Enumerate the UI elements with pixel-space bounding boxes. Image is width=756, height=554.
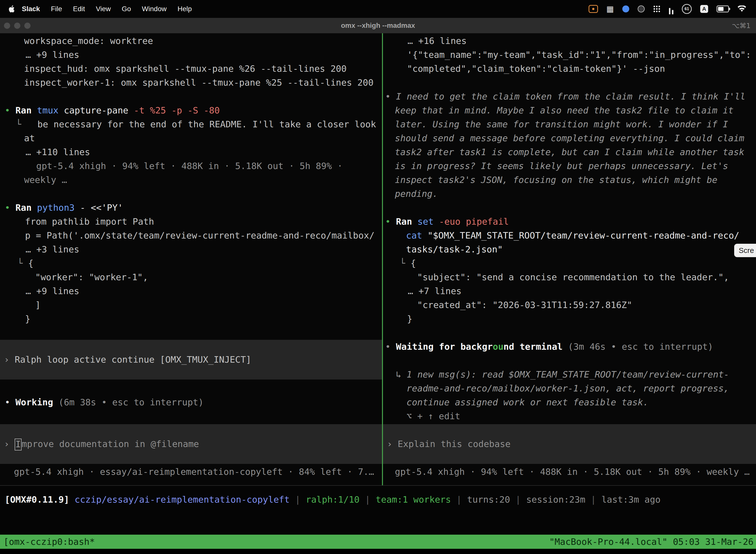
terminal-line (0, 90, 382, 104)
text-segment: gpt-5.4 xhigh · 94% left · 488K in · 5.1… (395, 466, 750, 477)
minimize-button[interactable] (14, 22, 20, 29)
dots-grid-icon[interactable] (653, 5, 660, 13)
text-segment: python3 (37, 203, 80, 213)
window-shortcut-hint: ⌥⌘1 (732, 22, 751, 30)
tmux-session-label[interactable]: [omx-cczip0:bash* (0, 537, 95, 547)
terminal-line: … +9 lines (0, 284, 382, 298)
text-segment: (6m 38s • esc to interrupt) (59, 397, 204, 407)
terminal-line: • I need to get the claim token from the… (383, 90, 756, 104)
text-segment: | (510, 494, 526, 505)
left-pane[interactable]: workspace_mode: worktree… +9 linesinspec… (0, 33, 382, 485)
terminal-line: "subject": "send a concise recommendatio… (383, 270, 756, 284)
menu-left: SlackFileEditViewGoWindowHelp (0, 5, 197, 13)
terminal-line: ⌥ + ↑ edit (383, 409, 756, 423)
text-segment: capture-pane (64, 105, 134, 115)
terminal-line: '{"team_name":"my-team","task_id":"1","f… (383, 48, 756, 62)
text-segment: I need to get the claim token from the c… (396, 91, 745, 102)
text-segment: • (5, 105, 15, 115)
grid-icon[interactable]: ▦ (607, 3, 614, 14)
text-segment: inspect task2's JSON, focusing on the st… (395, 175, 717, 185)
text-segment: • (385, 91, 396, 102)
terminal-line: from pathlib import Path (0, 215, 382, 229)
text-segment: is in progress? It seems likely but perh… (395, 161, 728, 171)
menu-go[interactable]: Go (116, 5, 136, 13)
terminal-line: ] (0, 298, 382, 312)
terminal-line: "worker": "worker-1", (0, 270, 382, 284)
text-segment: team:1 workers (376, 494, 451, 505)
battery-percent-ring-icon[interactable]: 61 (682, 4, 692, 14)
text-segment: • (385, 216, 396, 227)
terminal-line: is in progress? It seems likely but perh… (383, 159, 756, 173)
zoom-button[interactable] (24, 22, 30, 29)
text-segment: - (80, 203, 90, 213)
text-segment: readme-and-reco/mailbox/worker-1.json, a… (406, 383, 729, 393)
text-segment: gpt-5.4 xhigh · 94% left · 488K in · 5.1… (36, 161, 342, 171)
text-segment: … +16 lines (407, 36, 466, 46)
screen-recording-indicator-icon[interactable] (588, 5, 598, 13)
text-segment: p = Path('.omx/state/team/review-current… (25, 230, 375, 240)
text-segment: inspect_hud: omx sparkshell --tmux-pane … (24, 63, 346, 74)
right-pane[interactable]: … +16 lines'{"team_name":"my-team","task… (383, 33, 756, 485)
blue-app-icon[interactable] (622, 5, 629, 12)
text-segment: ↳ 1 new msg(s): read $OMX_TEAM_STATE_ROO… (396, 369, 729, 380)
tmux-status-bar: [omx-cczip0:bash* "MacBook-Pro-44.local"… (0, 535, 756, 549)
text-segment: | (451, 494, 467, 505)
text-segment: last:3m ago (602, 494, 660, 505)
terminal-line: … +9 lines (0, 48, 382, 62)
terminal-line: "completed","claim_token":"claim-token"}… (383, 62, 756, 76)
terminal-line: inspect_hud: omx sparkshell --tmux-pane … (0, 62, 382, 76)
terminal-line (383, 201, 756, 215)
text-segment: … +3 lines (25, 244, 79, 255)
terminal-line: } (383, 312, 756, 326)
terminal-line: … +16 lines (383, 34, 756, 48)
text-segment: "created_at": "2026-03-31T11:59:27.816Z" (417, 300, 632, 310)
text-segment: cat (406, 230, 428, 240)
text-segment: keep that in mind. Maybe I also need the… (395, 105, 734, 115)
stats-icon[interactable] (669, 3, 674, 14)
wifi-icon[interactable] (737, 3, 746, 14)
queued-prompt[interactable]: › Ralph loop active continue [OMX_TMUX_I… (0, 340, 382, 380)
bottom-status-area: [OMX#0.11.9] cczip/essay/ai-reimplementa… (0, 485, 756, 535)
menu-edit[interactable]: Edit (67, 5, 90, 13)
text-segment: Waiting for backgr (396, 341, 493, 352)
screen-share-button[interactable]: Scre (734, 244, 756, 257)
terminal-line (0, 380, 382, 393)
terminal-line: └ { (0, 257, 382, 270)
menu-help[interactable]: Help (172, 5, 197, 13)
text-segment: › (387, 439, 397, 449)
menu-window[interactable]: Window (136, 5, 172, 13)
text-segment: cczip/essay/ai-reimplementation-copyleft (75, 494, 290, 505)
terminal-line (0, 187, 382, 201)
text-segment: } (407, 314, 413, 324)
text-segment: | (290, 494, 306, 505)
tmux-host-clock: "MacBook-Pro-44.local" 05:03 31-Mar-26 (549, 537, 756, 547)
text-segment: continue assigned work or next feasible … (406, 397, 648, 407)
text-segment: "subject": "send a concise recommendatio… (417, 272, 729, 282)
text-segment: session:23m (526, 494, 585, 505)
text-segment: be necessary for the end of the README. … (21, 119, 376, 129)
text-segment: set (418, 216, 439, 227)
prompt-input[interactable]: › Improve documentation in @filename (0, 424, 382, 464)
menu-file[interactable]: File (45, 5, 67, 13)
text-segment: nd terminal (504, 341, 568, 352)
dark-app-icon[interactable] (638, 5, 645, 12)
prompt-input[interactable]: › Explain this codebase (383, 424, 756, 464)
text-segment: -t %25 -p -S -80 (134, 105, 220, 115)
battery-icon[interactable] (716, 5, 729, 12)
queued-prompt: › Ralph loop active continue [OMX_TMUX_I… (0, 353, 251, 367)
text-segment: Ralph loop active continue [OMX_TMUX_INJ… (15, 354, 251, 365)
window-title-bar: omx --xhigh --madmax ⌥⌘1 (0, 18, 756, 34)
apple-menu-icon[interactable] (8, 5, 15, 13)
waiting-indicator: • Waiting for background terminal (3m 46… (383, 340, 756, 354)
close-button[interactable] (4, 22, 10, 29)
text-segment: └ (17, 258, 28, 268)
terminal-line: inspect task2's JSON, focusing on the st… (383, 173, 756, 187)
text-segment: Working (15, 397, 58, 407)
menu-slack[interactable]: Slack (16, 5, 45, 13)
window-title: omx --xhigh --madmax (341, 21, 415, 30)
menu-view[interactable]: View (90, 5, 116, 13)
input-source-icon[interactable]: A (700, 5, 708, 13)
terminal-line: should send a message before completing … (383, 131, 756, 145)
text-segment: "$OMX_TEAM_STATE_ROOT/team/review-curren… (428, 230, 739, 240)
text-segment: gpt-5.4 xhigh · essay/ai-reimplementatio… (14, 466, 374, 477)
